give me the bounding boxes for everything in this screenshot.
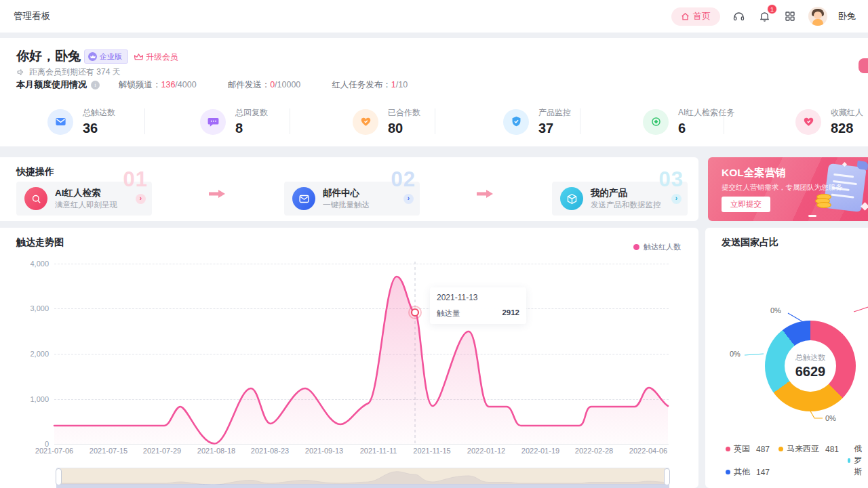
x-tick: 2021-09-13: [294, 447, 355, 455]
legend-value: 487: [756, 445, 770, 454]
tooltip-series-label: 触达量: [437, 308, 460, 319]
legend-item-uk[interactable]: 英国 487: [726, 443, 770, 455]
datazoom-brush[interactable]: [56, 468, 669, 485]
quick-actions-title: 快捷操作: [16, 166, 54, 178]
stat-total-replies: 总回复数8: [200, 107, 268, 136]
stat-ai-search-tasks: AI红人检索任务6: [643, 107, 734, 136]
upgrade-label: 升级会员: [146, 52, 178, 63]
legend-item-russia[interactable]: 俄罗斯: [848, 443, 868, 478]
legend-dot: [726, 470, 730, 474]
target-icon: [643, 109, 669, 135]
mail-center-icon: [292, 187, 315, 210]
chevron-right-icon: ›: [671, 194, 682, 204]
tooltip-value: 2912: [502, 308, 519, 319]
brush-selection[interactable]: [60, 468, 665, 484]
shield-check-icon: [503, 109, 529, 135]
legend-value: 147: [756, 468, 770, 477]
x-tick: 2022-01-12: [456, 447, 517, 455]
chart-tooltip: 2021-11-13 触达量 2912: [430, 287, 526, 324]
stat-product-monitor: 产品监控37: [503, 107, 571, 136]
upgrade-link[interactable]: 升级会员: [134, 52, 178, 63]
flow-arrow-icon: [208, 188, 226, 202]
apps-grid-button[interactable]: [783, 9, 797, 24]
info-icon[interactable]: i: [91, 81, 100, 89]
step-number: 03: [659, 167, 684, 192]
legend-label: 其他: [734, 466, 750, 478]
legend-item-malaysia[interactable]: 马来西亚 481: [778, 443, 839, 455]
callout-malaysia: 0%: [825, 414, 836, 422]
expiry-notice: 距离会员到期还有 374 天: [16, 66, 121, 78]
upgrade-crown-icon: [134, 54, 143, 61]
x-tick: 2022-02-28: [564, 447, 625, 455]
search-influencer-icon: [24, 187, 47, 210]
chevron-right-icon: ›: [136, 194, 146, 204]
legend-value: 481: [825, 445, 839, 454]
brush-handle-left[interactable]: [56, 468, 62, 485]
trend-chart-canvas[interactable]: [0, 228, 698, 455]
legend-dot: [726, 447, 730, 451]
promo-title: KOL全案营销: [722, 166, 786, 180]
step-number: 02: [391, 167, 416, 192]
step-number: 01: [123, 167, 148, 192]
data-point-marker[interactable]: [412, 309, 418, 316]
x-tick: 2021-08-23: [239, 447, 300, 455]
greeting-text: 你好，卧兔: [16, 47, 81, 65]
plan-badge[interactable]: 企业版: [84, 49, 128, 64]
legend-item-others[interactable]: 其他 147: [726, 466, 770, 478]
stat-collaborated: 已合作数80: [353, 107, 420, 136]
donut-ring[interactable]: 总触达数 6629: [765, 321, 856, 411]
donut-center-label: 总触达数: [795, 352, 825, 363]
home-button[interactable]: 首页: [671, 7, 720, 26]
divider: [435, 108, 435, 134]
brush-handle-right[interactable]: [664, 468, 670, 485]
plan-badge-label: 企业版: [100, 52, 122, 62]
stat-favorite-influencers: 收藏红人828: [795, 107, 863, 136]
x-tick: 2021-08-18: [186, 447, 247, 455]
submit-now-button[interactable]: 立即提交: [722, 197, 770, 212]
page-title: 管理看板: [14, 0, 50, 33]
home-label: 首页: [693, 10, 711, 22]
flow-arrow-icon: [475, 188, 494, 202]
divider: [144, 108, 145, 134]
legend-label: 马来西亚: [787, 443, 819, 455]
scrollbar[interactable]: [56, 485, 669, 488]
scroll-fold: [856, 161, 868, 170]
x-tick: 2021-07-15: [78, 447, 139, 455]
crown-icon: [88, 52, 97, 61]
legend-dot: [778, 447, 783, 451]
home-icon: [681, 12, 690, 21]
quick-card-ai-search[interactable]: 01 AI红人检索 满意红人即刻呈现 ›: [16, 182, 152, 216]
divider: [724, 108, 724, 134]
legend-dot: [848, 458, 850, 463]
quick-card-my-products[interactable]: 03 我的产品 发送产品和数据监控 ›: [552, 182, 688, 216]
floating-widget[interactable]: [859, 58, 868, 73]
x-tick: 2021-07-06: [24, 447, 85, 455]
legend-label: 俄罗斯: [854, 443, 868, 478]
stat-total-reach: 总触达数36: [47, 107, 115, 136]
headset-icon: [732, 10, 745, 23]
quota-emails: 邮件发送：0/10000: [228, 79, 301, 91]
x-tick: 2022-04-06: [618, 447, 679, 455]
x-tick: 2022-01-19: [510, 447, 571, 455]
quick-card-mail-center[interactable]: 02 邮件中心 一键批量触达 ›: [284, 182, 420, 216]
quota-tasks: 红人任务发布：1/10: [332, 79, 408, 91]
legend-label: 英国: [734, 443, 750, 455]
grid-icon: [784, 10, 796, 22]
carousel-indicator[interactable]: [808, 215, 816, 217]
trend-chart-panel: 触达走势图 触达红人数 4,000 3,000 2,000 1,000 0 20…: [0, 228, 698, 488]
divider: [580, 108, 580, 134]
notifications-button[interactable]: 1: [757, 9, 772, 24]
username[interactable]: 卧兔: [838, 10, 856, 22]
expiry-text: 距离会员到期还有 374 天: [29, 66, 121, 78]
x-tick: 2021-07-29: [132, 447, 193, 455]
donut-center-value: 6629: [795, 364, 826, 380]
welcome-card: 你好，卧兔 企业版 升级会员 距离会员到期还有 374 天 本月额度使用情况 i…: [0, 38, 868, 146]
kol-promo-banner[interactable]: KOL全案营销 提交红人营销需求，专属团队为您服务 立即提交: [708, 157, 868, 221]
heart-hands-icon: [353, 109, 378, 135]
coin-icon: [816, 202, 831, 208]
quota-title: 本月额度使用情况: [16, 79, 87, 91]
avatar[interactable]: [808, 7, 827, 26]
support-button[interactable]: [731, 9, 746, 24]
x-tick: 2021-11-15: [401, 447, 462, 455]
country-share-panel: 发送国家占比 总触达数 6629 0% 0% 0% 英国 487 马来西亚 48…: [705, 228, 868, 488]
